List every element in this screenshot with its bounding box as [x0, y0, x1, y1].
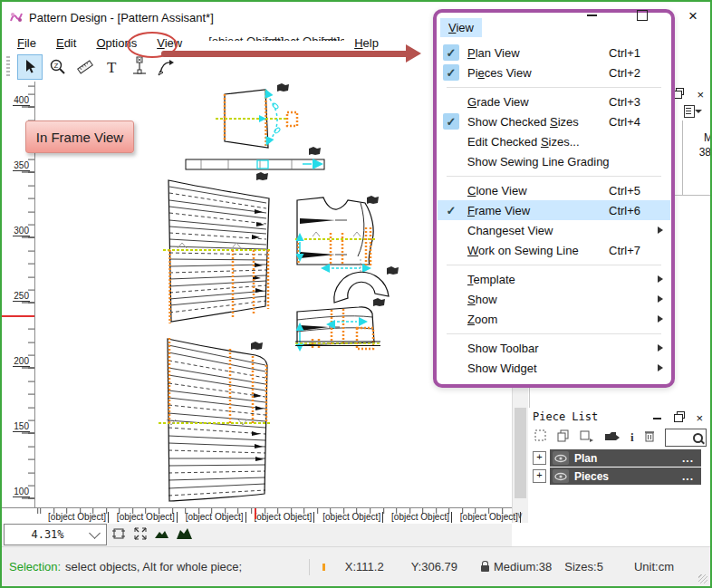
menubar-item[interactable]: File: [7, 34, 46, 52]
visibility-eye-icon[interactable]: [553, 469, 569, 483]
menu-item[interactable]: ✓ Show: [438, 289, 670, 309]
expand-arrows-icon: [133, 526, 148, 541]
menu-item[interactable]: ✓ Zoom: [438, 309, 670, 329]
ruler-label: 400: [13, 95, 30, 106]
menu-item[interactable]: ✓: [438, 329, 670, 338]
panel-close-icon[interactable]: ×: [696, 412, 703, 424]
menu-item[interactable]: ✓ Show Toolbar: [438, 338, 670, 358]
selection-label: Selection:: [9, 560, 61, 574]
menu-item[interactable]: ✓ Edit Checked Sizes...: [438, 131, 670, 151]
view-menu-header[interactable]: View: [440, 18, 482, 37]
fit-frame-button[interactable]: [111, 525, 127, 542]
dock-close-icon[interactable]: ×: [697, 89, 704, 101]
menu-item[interactable]: ✓ Work on Sewing Line Ctrl+7: [438, 240, 670, 260]
select-tool-button[interactable]: [17, 54, 43, 80]
menu-shortcut: Ctrl+1: [609, 46, 652, 60]
text-tool-button[interactable]: T: [101, 55, 124, 79]
piece-search-input[interactable]: [665, 429, 707, 447]
piece-list-panel: Piece List × i + Plan ...: [529, 408, 710, 546]
menu-item[interactable]: ✓ Show Checked Sizes Ctrl+4: [438, 111, 670, 131]
copy-icon[interactable]: [557, 429, 570, 446]
expand-view-button[interactable]: [132, 525, 149, 542]
check-icon: ✓: [443, 64, 459, 81]
annotation-arrow-head: [406, 44, 421, 63]
ruler-label: [object Object]: [178, 512, 246, 523]
status-sizes: Sizes:5: [564, 560, 603, 574]
menu-item[interactable]: ✓: [438, 171, 670, 180]
menu-item[interactable]: ✓ Show Sewing Line Grading: [438, 151, 670, 171]
select-pieces-icon[interactable]: [534, 429, 547, 446]
menu-item[interactable]: ✓ Show Widget: [438, 358, 670, 378]
delete-icon[interactable]: [644, 429, 655, 446]
maximize-button[interactable]: [632, 7, 652, 24]
piece-flag-icon: [251, 342, 263, 350]
row-options-button[interactable]: ...: [682, 452, 694, 465]
menu-item[interactable]: ✓ Clone View Ctrl+5: [438, 180, 670, 200]
curve-tool-button[interactable]: [155, 55, 178, 79]
ruler-label: [object Object]: [383, 512, 452, 523]
close-button[interactable]: ×: [683, 7, 703, 24]
piece-list-row[interactable]: + Pieces ...: [531, 468, 701, 485]
zoom-in-extent-button[interactable]: [176, 525, 192, 542]
piece-flag-icon: [309, 147, 321, 155]
measure-tool-button[interactable]: [73, 55, 97, 79]
frame-icon: [111, 526, 126, 541]
zoom-out-extent-button[interactable]: [154, 525, 170, 542]
pin-icon: [130, 56, 149, 78]
expand-plus-icon[interactable]: +: [533, 469, 546, 483]
ruler-label: 100: [13, 487, 30, 497]
menubar-item-help[interactable]: Help: [344, 34, 389, 52]
menu-shortcut: Ctrl+6: [609, 204, 652, 217]
menu-item[interactable]: ✓ Pieces View Ctrl+2: [438, 63, 670, 82]
piece-flag-icon: [367, 196, 379, 204]
menu-shortcut: Ctrl+5: [609, 184, 652, 198]
ruler-label: 250: [13, 291, 30, 302]
ruler-label: [object Object]: [452, 512, 521, 523]
panel-restore-icon[interactable]: [674, 414, 683, 422]
minimize-button[interactable]: [582, 7, 601, 24]
obscured-menu-items: [object Object][object Object][object Ob…: [192, 34, 344, 52]
toolbar-drag-handle[interactable]: [6, 56, 10, 78]
row-options-button[interactable]: ...: [682, 470, 694, 483]
piece-flag-icon: [256, 172, 268, 180]
submenu-arrow-icon: [658, 295, 663, 303]
check-icon: ✓: [443, 113, 459, 130]
magnifier-icon: Z: [49, 58, 67, 76]
submenu-arrow-icon: [658, 364, 663, 371]
canvas-bottom-bar: 4.31% <: [2, 523, 512, 546]
menubar-item[interactable]: Edit: [46, 34, 86, 52]
zoom-tool-button[interactable]: Z: [46, 55, 70, 79]
chevron-down-icon: [89, 527, 101, 539]
expand-plus-icon[interactable]: +: [533, 451, 546, 465]
piece-list-row[interactable]: + Plan ...: [531, 449, 701, 467]
menu-item[interactable]: ✓: [438, 82, 670, 92]
menu-item[interactable]: ✓: [438, 260, 670, 269]
ruler-label: [object Object]: [109, 512, 178, 523]
cursor-icon: [22, 59, 38, 75]
horizontal-ruler: [object Object][object Object][object Ob…: [34, 507, 512, 524]
pattern-design-window: Pattern Design - [Pattern Assisant*] × F…: [0, 0, 712, 588]
svg-text:Z: Z: [54, 62, 59, 70]
menu-item[interactable]: ✓ Changeset View: [438, 220, 670, 240]
status-x: X:111.2: [345, 560, 384, 574]
document-menu-icon[interactable]: [684, 105, 702, 118]
info-icon[interactable]: i: [630, 430, 634, 445]
import-icon[interactable]: [604, 429, 621, 446]
panel-minimize-icon[interactable]: [653, 418, 661, 419]
submenu-arrow-icon: [658, 275, 663, 283]
status-unit: Unit:cm: [634, 560, 674, 574]
cursor-y-marker: [2, 315, 34, 317]
menu-item[interactable]: ✓ Frame View Ctrl+6: [438, 200, 670, 220]
menu-item[interactable]: ✓ Plan View Ctrl+1: [438, 43, 670, 63]
duplicate-icon[interactable]: [580, 429, 594, 446]
ruler-label: 200: [13, 356, 30, 367]
resize-grip[interactable]: [698, 574, 707, 583]
menu-item[interactable]: ✓ Grade View Ctrl+3: [438, 92, 670, 111]
window-title: Pattern Design - [Pattern Assisant*]: [29, 11, 214, 24]
visibility-eye-icon[interactable]: [553, 451, 569, 465]
pin-tool-button[interactable]: [128, 55, 151, 79]
piece-flag-icon: [387, 266, 399, 275]
menu-item[interactable]: ✓ Template: [438, 269, 670, 289]
check-icon: ✓: [443, 202, 459, 218]
in-frame-view-callout: In Frame View: [25, 120, 134, 153]
